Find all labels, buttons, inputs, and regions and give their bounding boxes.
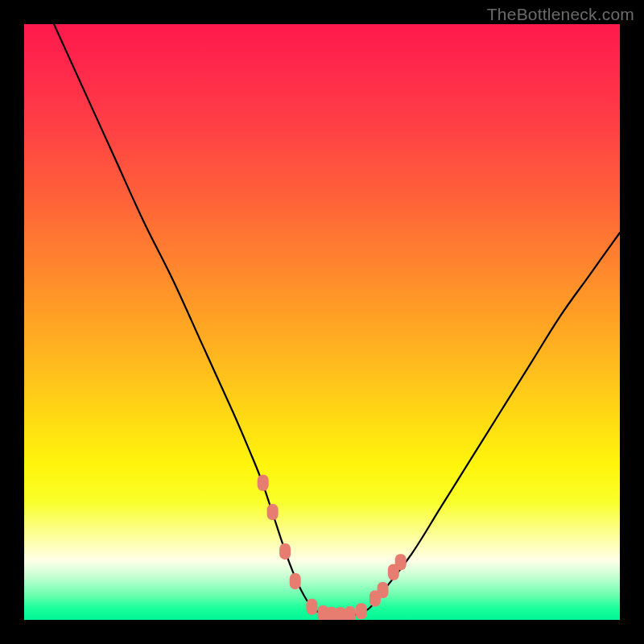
curve-marker (267, 504, 279, 520)
watermark-text: TheBottleneck.com (487, 5, 634, 24)
chart-frame: TheBottleneck.com (0, 0, 644, 644)
marker-group (258, 475, 407, 620)
curve-marker (395, 554, 407, 570)
bottleneck-curve (54, 24, 620, 616)
curve-marker (258, 475, 269, 491)
curve-marker (356, 603, 367, 619)
curve-marker (279, 543, 291, 559)
curve-svg (24, 24, 620, 620)
curve-marker (378, 582, 389, 598)
plot-area (24, 24, 620, 620)
curve-marker (290, 573, 301, 589)
curve-marker (306, 599, 317, 615)
curve-marker (345, 606, 356, 620)
